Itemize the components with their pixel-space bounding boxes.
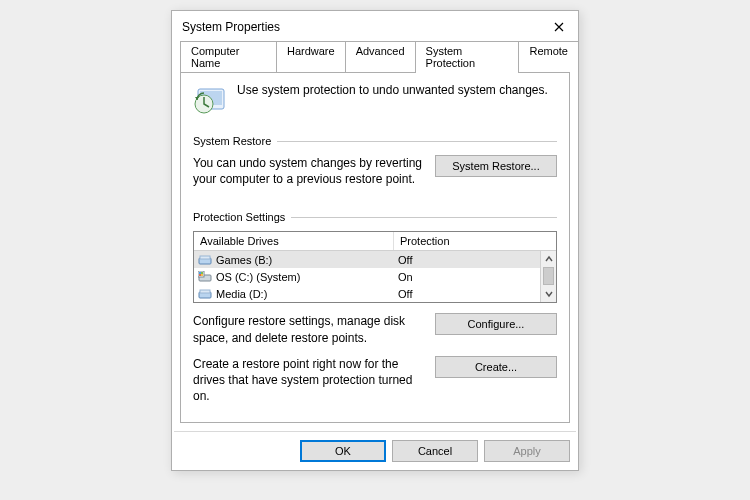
drive-protection: On (394, 271, 540, 283)
tab-computer-name[interactable]: Computer Name (180, 41, 277, 72)
system-restore-button[interactable]: System Restore... (435, 155, 557, 177)
system-restore-desc: You can undo system changes by reverting… (193, 155, 427, 187)
drive-row[interactable]: OS (C:) (System) On (194, 268, 540, 285)
system-hdd-icon (198, 271, 212, 283)
intro-row: Use system protection to undo unwanted s… (193, 83, 557, 117)
drive-list-header: Available Drives Protection (194, 232, 556, 251)
configure-row: Configure restore settings, manage disk … (193, 313, 557, 345)
divider (277, 141, 557, 142)
drive-name: OS (C:) (System) (216, 271, 300, 283)
drive-name: Media (D:) (216, 288, 267, 300)
svg-rect-8 (201, 272, 203, 274)
dialog-footer: OK Cancel Apply (172, 440, 578, 470)
create-button[interactable]: Create... (435, 356, 557, 378)
close-icon[interactable] (546, 17, 572, 37)
drive-list-scrollbar[interactable] (540, 251, 556, 302)
create-row: Create a restore point right now for the… (193, 356, 557, 405)
tab-hardware[interactable]: Hardware (276, 41, 346, 72)
drive-row[interactable]: Games (B:) Off (194, 251, 540, 268)
drive-list-body: Games (B:) Off OS (C:) (System) On (194, 251, 556, 302)
tab-system-protection[interactable]: System Protection (415, 41, 520, 73)
drive-protection: Off (394, 254, 540, 266)
scroll-up-icon[interactable] (541, 251, 556, 267)
svg-rect-9 (199, 274, 201, 276)
group-system-restore-label: System Restore (193, 135, 277, 147)
svg-rect-12 (200, 290, 210, 293)
cancel-button[interactable]: Cancel (392, 440, 478, 462)
system-restore-row: You can undo system changes by reverting… (193, 155, 557, 187)
create-desc: Create a restore point right now for the… (193, 356, 427, 405)
group-protection-settings-label: Protection Settings (193, 211, 291, 223)
group-system-restore: System Restore (193, 135, 557, 147)
divider (174, 431, 576, 432)
tab-strip: Computer Name Hardware Advanced System P… (172, 41, 578, 72)
ok-button[interactable]: OK (300, 440, 386, 462)
svg-rect-10 (201, 274, 203, 276)
tab-remote[interactable]: Remote (518, 41, 579, 72)
drive-row[interactable]: Media (D:) Off (194, 285, 540, 302)
hdd-icon (198, 288, 212, 300)
svg-rect-4 (200, 256, 210, 259)
system-restore-icon (193, 83, 227, 117)
scroll-down-icon[interactable] (541, 286, 556, 302)
tab-advanced[interactable]: Advanced (345, 41, 416, 72)
system-properties-dialog: System Properties Computer Name Hardware… (171, 10, 579, 471)
divider (291, 217, 557, 218)
configure-desc: Configure restore settings, manage disk … (193, 313, 427, 345)
titlebar: System Properties (172, 11, 578, 41)
hdd-icon (198, 254, 212, 266)
scroll-thumb[interactable] (543, 267, 554, 285)
col-protection-header[interactable]: Protection (394, 232, 556, 250)
panel-system-protection: Use system protection to undo unwanted s… (180, 72, 570, 423)
intro-text: Use system protection to undo unwanted s… (237, 83, 548, 97)
drive-protection: Off (394, 288, 540, 300)
drive-list[interactable]: Available Drives Protection Games (B:) O… (193, 231, 557, 303)
apply-button: Apply (484, 440, 570, 462)
configure-button[interactable]: Configure... (435, 313, 557, 335)
window-title: System Properties (182, 20, 280, 34)
drive-name: Games (B:) (216, 254, 272, 266)
col-drives-header[interactable]: Available Drives (194, 232, 394, 250)
svg-rect-7 (199, 272, 201, 274)
group-protection-settings: Protection Settings (193, 211, 557, 223)
